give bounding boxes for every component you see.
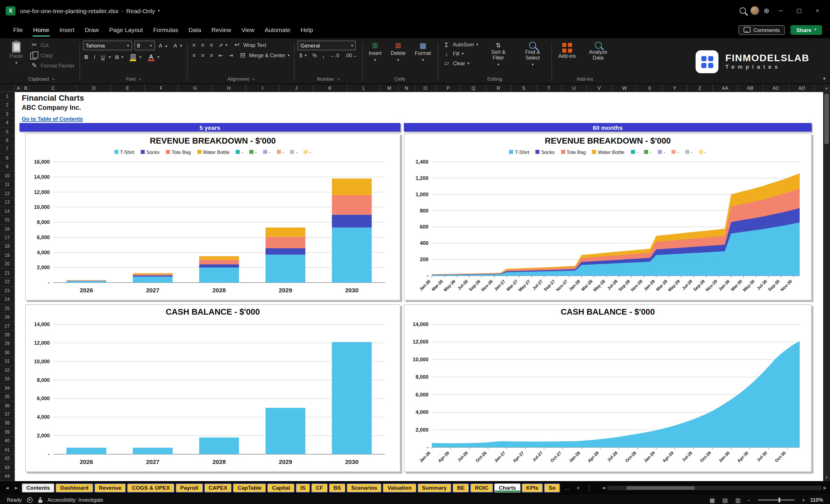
- row-header-38[interactable]: 38: [0, 419, 14, 428]
- format-painter-button[interactable]: ✎ Format Painter: [29, 61, 76, 70]
- row-header-13[interactable]: 13: [0, 198, 14, 207]
- row-header-29[interactable]: 29: [0, 340, 14, 348]
- wrap-text-button[interactable]: ↩Wrap Text: [231, 41, 268, 49]
- dialog-launcher-icon[interactable]: ↘: [337, 77, 340, 81]
- format-cells-button[interactable]: ▦ Format ▾: [411, 41, 435, 63]
- sheet-tab-valuation[interactable]: Valuation: [383, 483, 416, 492]
- row-header-27[interactable]: 27: [0, 322, 14, 331]
- col-header-AD[interactable]: AD: [789, 84, 815, 92]
- align-middle-icon[interactable]: ≡: [200, 41, 206, 48]
- menu-file[interactable]: File: [8, 21, 28, 38]
- normal-view-icon[interactable]: ▦: [708, 497, 716, 503]
- col-header-E[interactable]: E: [111, 84, 145, 92]
- col-header-W[interactable]: W: [612, 84, 637, 92]
- row-header-28[interactable]: 28: [0, 330, 14, 340]
- zoom-in-button[interactable]: +: [802, 497, 805, 503]
- chart-revenue-breakdown-60m[interactable]: REVENUE BREAKDOWN - $'000 T-ShirtSocksTo…: [404, 133, 812, 300]
- col-header-H[interactable]: H: [212, 84, 246, 92]
- menu-data[interactable]: Data: [183, 21, 206, 38]
- sheet-tab-be[interactable]: BE: [452, 483, 469, 492]
- row-header-22[interactable]: 22: [0, 278, 14, 287]
- col-header-U[interactable]: U: [562, 84, 587, 92]
- row-header-20[interactable]: 20: [0, 260, 14, 269]
- row-header-10[interactable]: 10: [0, 171, 14, 181]
- col-header-P[interactable]: P: [436, 84, 461, 92]
- sheet-tab-scenarios[interactable]: Scenarios: [347, 483, 382, 492]
- decrease-indent-icon[interactable]: ⇤: [217, 52, 225, 59]
- col-header-Q[interactable]: Q: [461, 84, 486, 92]
- row-header-9[interactable]: 9: [0, 163, 14, 171]
- row-header-42[interactable]: 42: [0, 454, 14, 463]
- italic-button[interactable]: I: [92, 54, 97, 60]
- collapse-ribbon-icon[interactable]: ▾: [823, 76, 825, 81]
- row-header-24[interactable]: 24: [0, 295, 14, 304]
- clear-button[interactable]: ▱ Clear ▾: [441, 59, 480, 67]
- autosum-button[interactable]: Σ AutoSum ▾: [441, 41, 480, 49]
- select-all-corner[interactable]: [0, 84, 15, 92]
- percent-style-button[interactable]: %: [311, 52, 319, 59]
- row-header-44[interactable]: 44: [0, 472, 14, 481]
- find-select-button[interactable]: Find & Select ▾: [516, 41, 549, 68]
- row-header-4[interactable]: 4: [0, 119, 14, 128]
- minimize-button[interactable]: ─: [774, 7, 788, 14]
- menu-view[interactable]: View: [236, 21, 259, 38]
- row-header-33[interactable]: 33: [0, 375, 14, 384]
- align-top-icon[interactable]: ≡: [191, 41, 197, 48]
- row-header-18[interactable]: 18: [0, 242, 14, 251]
- row-header-41[interactable]: 41: [0, 446, 14, 454]
- accounting-format-button[interactable]: $▾: [298, 52, 308, 59]
- row-header-39[interactable]: 39: [0, 428, 14, 437]
- dialog-launcher-icon[interactable]: ↘: [138, 77, 141, 81]
- col-header-T[interactable]: T: [537, 84, 562, 92]
- sheet-tab-capital[interactable]: Capital: [267, 483, 295, 492]
- col-header-S[interactable]: S: [511, 84, 537, 92]
- sheet-tab-roic[interactable]: ROIC: [470, 483, 493, 492]
- comma-style-button[interactable]: ,: [321, 52, 326, 59]
- fill-color-button[interactable]: ▨▾: [127, 52, 143, 62]
- row-header-21[interactable]: 21: [0, 269, 14, 278]
- col-header-X[interactable]: X: [637, 84, 662, 92]
- search-icon[interactable]: [740, 7, 746, 14]
- scroll-down-icon[interactable]: ▼: [825, 474, 829, 481]
- row-header-37[interactable]: 37: [0, 410, 14, 419]
- profile-avatar[interactable]: [751, 6, 759, 15]
- align-bottom-icon[interactable]: ≡: [208, 41, 215, 48]
- scroll-left-icon[interactable]: ◀: [602, 485, 605, 490]
- chart-cash-balance-5y[interactable]: CASH BALANCE - $'000 -2,0004,0006,0008,0…: [25, 304, 401, 472]
- underline-button[interactable]: U: [99, 54, 106, 60]
- fill-button[interactable]: ↓ Fill ▾: [441, 50, 480, 58]
- scroll-right-icon[interactable]: ▶: [823, 485, 827, 490]
- menu-draw[interactable]: Draw: [79, 21, 104, 38]
- col-header-AB[interactable]: AB: [738, 84, 763, 92]
- accessibility-status[interactable]: Accessibility: Investigate: [47, 497, 103, 503]
- row-header-34[interactable]: 34: [0, 384, 14, 393]
- sheet-tab-dashboard[interactable]: Dashboard: [56, 483, 93, 492]
- analyze-data-button[interactable]: Analyze Data: [581, 41, 615, 62]
- insert-cells-button[interactable]: ⊞ Insert ▾: [365, 41, 385, 63]
- col-header-Z[interactable]: Z: [688, 84, 713, 92]
- menu-help[interactable]: Help: [295, 21, 318, 38]
- row-header-12[interactable]: 12: [0, 189, 14, 198]
- row-header-7[interactable]: 7: [0, 145, 14, 154]
- vertical-scroll-thumb[interactable]: [824, 94, 829, 144]
- row-header-3[interactable]: 3: [0, 110, 14, 119]
- zoom-slider-thumb[interactable]: [778, 498, 780, 502]
- share-button[interactable]: Share ▾: [791, 25, 822, 35]
- row-header-5[interactable]: 5: [0, 128, 14, 136]
- tab-scroll-left-icon[interactable]: ◂: [3, 484, 11, 491]
- sheet-cells[interactable]: Financial Charts ABC Company Inc. Go to …: [15, 92, 823, 481]
- row-header-40[interactable]: 40: [0, 437, 14, 446]
- row-header-25[interactable]: 25: [0, 304, 14, 313]
- row-header-26[interactable]: 26: [0, 313, 14, 322]
- col-header-D[interactable]: D: [77, 84, 111, 92]
- sort-filter-button[interactable]: ⇅ Sort & Filter ▾: [482, 41, 514, 68]
- new-s heet-button[interactable]: +: [574, 484, 583, 492]
- increase-decimal-button[interactable]: ←.0: [328, 52, 341, 59]
- bold-button[interactable]: B: [83, 54, 90, 60]
- align-right-icon[interactable]: ≡: [208, 52, 215, 59]
- col-header-V[interactable]: V: [587, 84, 612, 92]
- globe-icon[interactable]: ⊕: [764, 7, 769, 14]
- align-left-icon[interactable]: ≡: [191, 52, 197, 59]
- col-header-AA[interactable]: AA: [713, 84, 738, 92]
- col-header-O[interactable]: O: [415, 84, 436, 92]
